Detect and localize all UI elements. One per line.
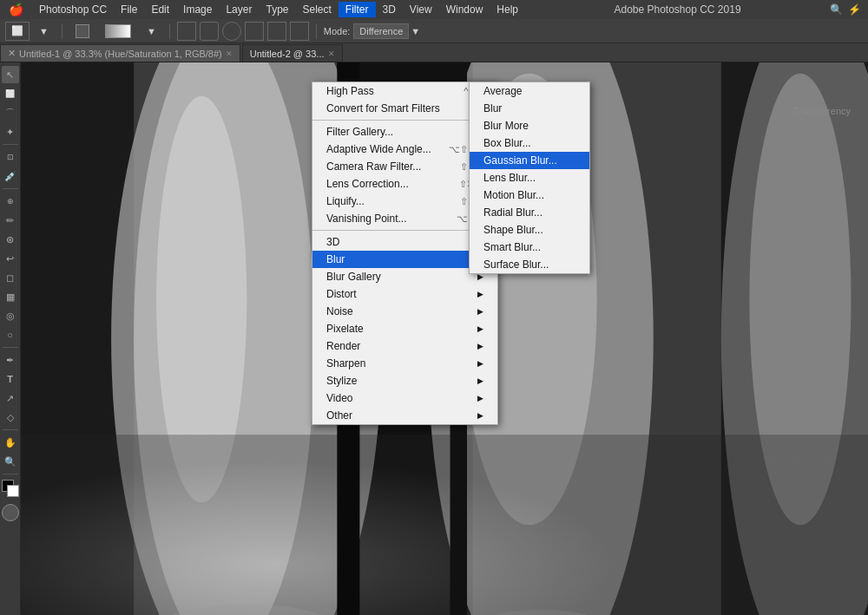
background-color[interactable] bbox=[7, 485, 19, 497]
filter-distort[interactable]: Distort bbox=[312, 285, 497, 303]
tool-path-select[interactable]: ↗ bbox=[2, 389, 19, 407]
blur-average[interactable]: Average bbox=[470, 82, 589, 100]
tab-label-1: Untitled-1 @ 33.3% (Hue/Saturation 1, RG… bbox=[19, 49, 222, 59]
toolbar-dropdown[interactable]: ▼ bbox=[141, 22, 162, 41]
tool-blur-tool[interactable]: ◎ bbox=[2, 307, 19, 324]
tool-divider-3 bbox=[3, 347, 18, 348]
tool-divider-5 bbox=[3, 474, 18, 474]
mode-value[interactable]: Difference bbox=[353, 23, 409, 39]
toolbar-mode: Mode: Difference ▼ bbox=[324, 23, 420, 39]
mode-label: Mode: bbox=[324, 26, 351, 36]
blur-smart[interactable]: Smart Blur... bbox=[470, 239, 589, 256]
menu-select[interactable]: Select bbox=[295, 2, 338, 17]
quick-mask[interactable] bbox=[2, 504, 19, 521]
tool-eyedropper[interactable]: 💉 bbox=[2, 167, 19, 185]
apple-menu[interactable]: 🍎 bbox=[0, 3, 32, 16]
menu-edit[interactable]: Edit bbox=[144, 2, 176, 17]
color-swatches[interactable] bbox=[2, 480, 19, 497]
tab-untitled-2[interactable]: Untitled-2 @ 33... ✕ bbox=[242, 44, 343, 62]
canvas-area: Transparency High Pass ^⌘F Convert for S… bbox=[21, 62, 868, 615]
tool-crop[interactable]: ⊡ bbox=[2, 148, 19, 166]
filter-render[interactable]: Render bbox=[312, 337, 497, 355]
toolbar-btn-polygon[interactable] bbox=[245, 22, 264, 41]
tool-gradient[interactable]: ▦ bbox=[2, 288, 19, 305]
transparency-label: Transparency bbox=[792, 106, 851, 116]
blur-lens[interactable]: Lens Blur... bbox=[470, 169, 589, 186]
tab-label-2: Untitled-2 @ 33... bbox=[250, 49, 325, 59]
search-icon[interactable]: 🔍 bbox=[830, 3, 843, 16]
toolbar-color-swatch[interactable] bbox=[69, 22, 95, 41]
tool-divider-2 bbox=[3, 188, 18, 189]
blur-box[interactable]: Box Blur... bbox=[470, 134, 589, 152]
blur-shape[interactable]: Shape Blur... bbox=[470, 221, 589, 239]
left-toolbar: ↖ ⬜ ⌒ ✦ ⊡ 💉 ⊕ ✏ ⊛ ↩ ◻ ▦ ◎ ○ ✒ T ↗ ◇ ✋ 🔍 bbox=[0, 62, 21, 615]
menu-help[interactable]: Help bbox=[490, 2, 525, 17]
tool-divider-1 bbox=[3, 144, 18, 145]
menubar-left: 🍎 Photoshop CC File Edit Image Layer Typ… bbox=[0, 2, 525, 17]
menu-file[interactable]: File bbox=[114, 2, 144, 17]
tool-lasso[interactable]: ⌒ bbox=[2, 104, 19, 121]
tool-dodge[interactable]: ○ bbox=[2, 326, 19, 343]
tool-heal[interactable]: ⊕ bbox=[2, 193, 19, 210]
mode-dropdown-icon[interactable]: ▼ bbox=[411, 26, 420, 36]
toolbar-sep-3 bbox=[316, 23, 317, 39]
menu-3d[interactable]: 3D bbox=[376, 2, 403, 17]
blur-gaussian[interactable]: Gaussian Blur... bbox=[470, 152, 589, 169]
menu-layer[interactable]: Layer bbox=[219, 2, 259, 17]
blur-motion[interactable]: Motion Blur... bbox=[470, 186, 589, 204]
menu-image[interactable]: Image bbox=[176, 2, 219, 17]
filter-stylize[interactable]: Stylize bbox=[312, 372, 497, 389]
toolbar-btn-custom[interactable] bbox=[290, 22, 309, 41]
tool-type[interactable]: T bbox=[2, 370, 19, 388]
app-title: Adobe Photoshop CC 2019 bbox=[525, 3, 830, 16]
toolbar-sep-1 bbox=[62, 23, 62, 39]
toolbar: ⬜ ▼ ▼ Mode: Difference ▼ bbox=[0, 19, 868, 43]
toolbar-shape-rect[interactable]: ⬜ bbox=[5, 22, 30, 41]
blur-surface[interactable]: Surface Blur... bbox=[470, 256, 589, 273]
blur-radial[interactable]: Radial Blur... bbox=[470, 204, 589, 221]
toolbar-sep-2 bbox=[169, 23, 170, 39]
tool-shape[interactable]: ◇ bbox=[2, 409, 19, 426]
tool-pen[interactable]: ✒ bbox=[2, 351, 19, 369]
blur-submenu: Average Blur Blur More Box Blur... Gauss… bbox=[469, 82, 590, 274]
filter-noise[interactable]: Noise bbox=[312, 303, 497, 320]
filter-other[interactable]: Other bbox=[312, 407, 497, 424]
toolbar-btn-rounded-rect[interactable] bbox=[200, 22, 219, 41]
tool-clone[interactable]: ⊛ bbox=[2, 231, 19, 248]
tab-modified-1: ✕ bbox=[8, 48, 16, 59]
tool-divider-4 bbox=[3, 429, 18, 430]
toolbar-btn-ellipse[interactable] bbox=[222, 22, 241, 41]
blur-more[interactable]: Blur More bbox=[470, 117, 589, 134]
filter-pixelate[interactable]: Pixelate bbox=[312, 320, 497, 337]
tab-close-2[interactable]: ✕ bbox=[328, 49, 335, 58]
blur-blur[interactable]: Blur bbox=[470, 100, 589, 117]
menubar: 🍎 Photoshop CC File Edit Image Layer Typ… bbox=[0, 0, 868, 19]
tab-close-1[interactable]: ✕ bbox=[226, 49, 233, 58]
tool-history-brush[interactable]: ↩ bbox=[2, 250, 19, 267]
menu-window[interactable]: Window bbox=[439, 2, 490, 17]
menu-photoshop[interactable]: Photoshop CC bbox=[32, 2, 114, 17]
toolbar-btn-rect[interactable] bbox=[177, 22, 196, 41]
menubar-right: 🔍 ⚡ bbox=[830, 3, 868, 16]
menu-view[interactable]: View bbox=[403, 2, 439, 17]
tool-select-rect[interactable]: ⬜ bbox=[2, 85, 19, 102]
tool-magic-wand[interactable]: ✦ bbox=[2, 123, 19, 141]
tab-untitled-1[interactable]: ✕ Untitled-1 @ 33.3% (Hue/Saturation 1, … bbox=[0, 44, 240, 62]
toolbar-btn-line[interactable] bbox=[267, 22, 286, 41]
menu-filter[interactable]: Filter bbox=[339, 2, 376, 17]
tool-eraser[interactable]: ◻ bbox=[2, 269, 19, 286]
tool-zoom[interactable]: 🔍 bbox=[2, 453, 19, 470]
filter-video[interactable]: Video bbox=[312, 389, 497, 407]
tool-hand[interactable]: ✋ bbox=[2, 434, 19, 451]
tool-brush[interactable]: ✏ bbox=[2, 212, 19, 229]
toolbar-shape-options[interactable]: ▼ bbox=[33, 22, 55, 41]
filter-sharpen[interactable]: Sharpen bbox=[312, 355, 497, 372]
tabs-area: ✕ Untitled-1 @ 33.3% (Hue/Saturation 1, … bbox=[0, 43, 868, 62]
notifications-icon[interactable]: ⚡ bbox=[848, 3, 861, 16]
svg-rect-11 bbox=[21, 435, 868, 615]
menu-type[interactable]: Type bbox=[259, 2, 295, 17]
tool-move[interactable]: ↖ bbox=[2, 66, 19, 83]
main-area: ↖ ⬜ ⌒ ✦ ⊡ 💉 ⊕ ✏ ⊛ ↩ ◻ ▦ ◎ ○ ✒ T ↗ ◇ ✋ 🔍 bbox=[0, 62, 868, 615]
toolbar-color-picker[interactable] bbox=[99, 22, 137, 41]
